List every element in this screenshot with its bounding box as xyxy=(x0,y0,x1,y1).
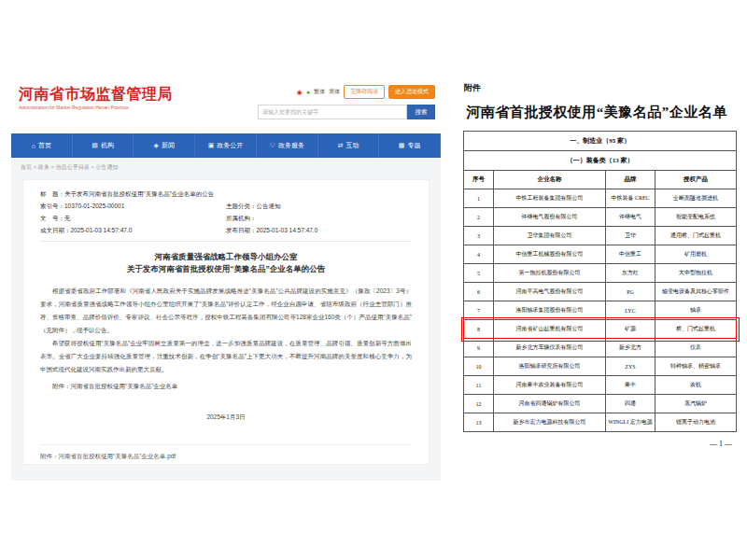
cell-brand: 东方红 xyxy=(606,264,655,283)
cell-product: 大中型拖拉机 xyxy=(655,264,737,283)
cell-product: 仪表 xyxy=(655,339,737,357)
special-icon: ▦ xyxy=(399,142,405,149)
attachment-title: 河南省首批授权使用“美豫名品”企业名单 xyxy=(448,104,745,121)
site-logo-subtitle: Administration for Market Regulation Hen… xyxy=(19,105,173,110)
table-row: 12 河南省四通锅炉有限公司 四通 蒸汽锅炉 xyxy=(464,395,737,413)
meta-written-date: 成文日期：2025-01-03 14:57:47.0 xyxy=(40,224,226,236)
attachment-pdf-link[interactable]: 附件：河南省首批授权使用“美豫名品”企业名单.pdf xyxy=(40,453,176,459)
nav-item-news[interactable]: ◈ 新闻 xyxy=(134,133,195,158)
breadcrumb-separator: > xyxy=(49,164,56,170)
meta-docno: 文 号：无 xyxy=(40,212,226,224)
article-title-line1: 河南省质量强省战略工作领导小组办公室 xyxy=(40,251,412,263)
article-title: 河南省质量强省战略工作领导小组办公室 关于发布河南省首批授权使用“美豫名品”企业… xyxy=(40,251,412,275)
nav-item-gov-open[interactable]: ▣ 政务公开 xyxy=(195,133,257,158)
attachment-row: 附件：河南省首批授权使用“美豫名品”企业名单.pdf xyxy=(40,444,412,465)
table-row: 4 中信重工机械股份有限公司 中信重工 矿用磨机 xyxy=(464,245,737,264)
cell-brand: 中铁装备 CREC xyxy=(606,189,655,208)
org-icon: ▤ xyxy=(92,142,98,149)
table-row: 13 新乡市宏力电源科技有限公司 WINGLI 宏力电源 锂离子动力电池 xyxy=(464,413,737,432)
site-logo-title: 河南省市场监督管理局 xyxy=(19,86,173,103)
weibo-icon[interactable]: ◉ xyxy=(297,89,303,95)
cell-product: 特种轴承、精密轴承 xyxy=(655,357,737,376)
meta-title-value: 关于发布河南省首批授权使用“美豫名品”企业名单的公告 xyxy=(64,188,214,200)
cell-product: 输变电设备及其核心零部件 xyxy=(655,283,737,301)
meta-org: 所属机构： xyxy=(226,212,412,224)
cell-company: 河南省矿山起重机有限公司 xyxy=(494,320,606,339)
cell-brand: 许继电气 xyxy=(606,208,655,227)
meta-index: 索引号：10370-01-2025-00001 xyxy=(40,200,226,212)
breadcrumb-separator: > xyxy=(32,164,38,170)
page-number: — 1 — xyxy=(448,440,732,448)
col-header-no: 序号 xyxy=(464,171,494,189)
cell-brand: PG xyxy=(606,283,655,301)
article-paragraph-1: 根据省委省政府工作部署和《河南省人民政府关于实施品牌发展战略推进“美豫名品”公共… xyxy=(40,285,412,337)
nav-item-org[interactable]: ▤ 机构 xyxy=(73,133,134,158)
meta-topic: 主题分类：公告通知 xyxy=(226,200,412,212)
cell-no: 4 xyxy=(464,245,494,264)
cell-company: 河南省四通锅炉有限公司 xyxy=(494,395,606,413)
table-section-equipment: （一）装备类（13 家） xyxy=(464,151,737,171)
cell-product: 智能变配电系统 xyxy=(655,208,737,227)
cell-no: 9 xyxy=(464,339,494,357)
nav-item-home[interactable]: ⌂ 首页 xyxy=(11,133,73,158)
breadcrumb-separator: > xyxy=(90,164,96,170)
cell-no: 7 xyxy=(464,301,494,320)
table-header-row: 序号 企业名称 品牌 授权产品 xyxy=(464,171,737,189)
cell-no: 1 xyxy=(464,189,494,208)
accessibility-button[interactable]: 无障碍阅读 xyxy=(344,85,385,99)
cell-no: 3 xyxy=(464,227,494,245)
nav-item-special[interactable]: ▦ 专题 xyxy=(379,133,441,158)
site-main: 首页 > 政务 > 信息公开目录 > 公告通知 标 题： 关于发布河南省首批授权… xyxy=(11,158,441,481)
news-icon: ◈ xyxy=(154,142,159,149)
elder-mode-button[interactable]: 进入适老模式 xyxy=(388,85,435,99)
meta-title-label: 标 题： xyxy=(40,188,64,200)
cell-product: 矿用磨机 xyxy=(655,245,737,264)
lang-traditional-link[interactable]: 繁体 xyxy=(314,88,325,96)
cell-brand: 新乡北方 xyxy=(606,339,655,357)
table-row: 9 新乡北方车辆仪表有限公司 新乡北方 仪表 xyxy=(464,339,737,357)
cell-company: 新乡市宏力电源科技有限公司 xyxy=(494,413,606,432)
breadcrumb-item[interactable]: 政务 xyxy=(38,164,49,170)
cell-brand: 中信重工 xyxy=(606,245,655,264)
wechat-icon[interactable]: ● xyxy=(306,89,310,95)
attachment-label: 附件 xyxy=(464,82,745,94)
cell-product: 蒸汽锅炉 xyxy=(655,395,737,413)
home-icon: ⌂ xyxy=(32,143,35,149)
nav-item-interact[interactable]: ⇄ 互动 xyxy=(318,133,380,158)
search-input[interactable] xyxy=(258,105,407,119)
lang-simplified-link[interactable]: 简体 xyxy=(329,88,340,96)
breadcrumb-item[interactable]: 首页 xyxy=(21,164,32,170)
cell-brand: WINGLI 宏力电源 xyxy=(606,413,655,432)
article-paragraph-2: 希望获得授权使用“美豫名品”企业牢固树立质量第一的理念，进一步加强质量品牌建设，… xyxy=(40,337,412,376)
cell-brand: 四通 xyxy=(606,395,655,413)
search-button[interactable]: 搜索 xyxy=(407,105,435,119)
gov-service-icon: ♡ xyxy=(270,142,275,149)
meta-divider xyxy=(40,241,412,242)
table-row: 11 河南豪丰农业装备有限公司 豪丰 农机 xyxy=(464,376,737,395)
breadcrumb-item[interactable]: 信息公开目录 xyxy=(56,164,90,170)
cell-company: 洛阳轴承集团股份有限公司 xyxy=(494,301,606,320)
cell-no: 5 xyxy=(464,264,494,283)
cell-no: 11 xyxy=(464,376,494,395)
cell-company: 卫华集团有限公司 xyxy=(494,227,606,245)
cell-brand: 卫华 xyxy=(606,227,655,245)
gov-open-icon: ▣ xyxy=(208,142,215,149)
cell-no: 10 xyxy=(464,357,494,376)
table-row: 5 第一拖拉机股份有限公司 东方红 大中型拖拉机 xyxy=(464,264,737,283)
cell-company: 中信重工机械股份有限公司 xyxy=(494,245,606,264)
table-row-highlighted: 8 河南省矿山起重机有限公司 矿源 桥、门式起重机 xyxy=(464,320,737,339)
cell-company: 新乡北方车辆仪表有限公司 xyxy=(494,339,606,357)
article-date: 2025年1月3日 xyxy=(40,413,412,422)
cell-no: 13 xyxy=(464,413,494,432)
meta-published-date: 发布日期：2025-01-03 14:57:47.0 xyxy=(226,224,412,236)
companies-tbody: 一、制造业（95 家） （一）装备类（13 家） 序号 企业名称 品牌 授权产品… xyxy=(464,132,737,432)
article-title-line2: 关于发布河南省首批授权使用“美豫名品”企业名单的公告 xyxy=(40,263,412,275)
nav-item-gov-service[interactable]: ♡ 政务服务 xyxy=(257,133,318,158)
site-header: 河南省市场监督管理局 Administration for Market Reg… xyxy=(11,79,441,133)
table-row: 7 洛阳轴承集团股份有限公司 LYC 轴承 xyxy=(464,301,737,320)
cell-brand: 矿源 xyxy=(606,320,655,339)
breadcrumb-item[interactable]: 公告通知 xyxy=(96,164,119,170)
document-meta: 标 题： 关于发布河南省首批授权使用“美豫名品”企业名单的公告 索引号：1037… xyxy=(40,188,412,236)
cell-no: 12 xyxy=(464,395,494,413)
cell-product: 农机 xyxy=(655,376,737,395)
